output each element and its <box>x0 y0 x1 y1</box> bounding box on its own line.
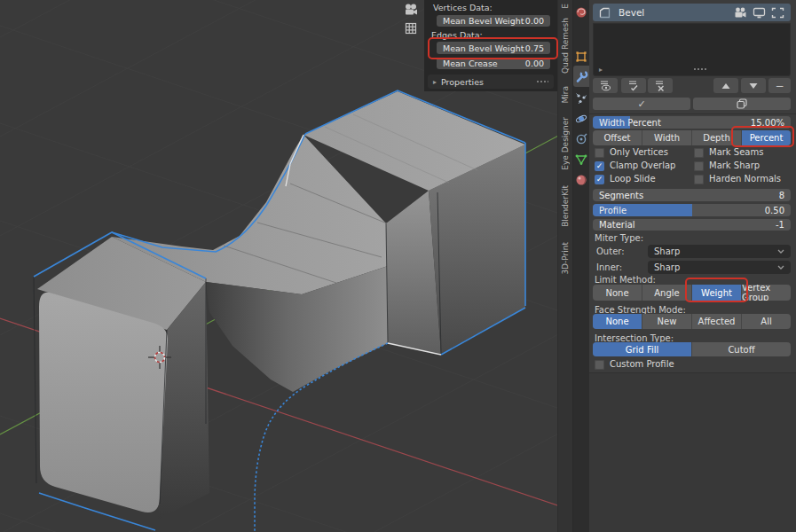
material-slider[interactable]: Material -1 <box>593 219 791 231</box>
object-properties-icon <box>575 51 587 63</box>
particle-properties-icon <box>575 92 587 105</box>
constraints-properties-tab[interactable] <box>573 129 589 150</box>
down-arrow-icon <box>749 82 758 90</box>
physics-properties-icon <box>575 113 587 125</box>
modifier-list-box[interactable]: ▸ <box>593 23 791 76</box>
list-expand-arrow-icon[interactable]: ▸ <box>599 66 603 74</box>
limit-none[interactable]: None <box>593 285 642 301</box>
fsm-none[interactable]: None <box>593 314 642 329</box>
limit-weight[interactable]: Weight <box>692 285 742 301</box>
object-data-properties-icon <box>575 153 587 166</box>
modifier-list-row-bevel[interactable]: Bevel <box>593 4 791 21</box>
move-up-button[interactable] <box>713 78 738 93</box>
clamp-overlap-label: Clamp Overlap <box>610 160 675 170</box>
up-arrow-icon <box>721 82 730 90</box>
world-properties-icon <box>575 6 587 19</box>
segments-slider[interactable]: Segments 8 <box>593 189 791 201</box>
sidebar-n-panel: Vertices Data: Mean Bevel Weight 0.00 Ed… <box>424 0 557 91</box>
expand-arrow-icon: ▸ <box>433 78 437 86</box>
chevron-down-icon <box>777 249 784 254</box>
delete-all-button[interactable] <box>648 78 673 93</box>
sidebar-tab-blenderkit[interactable]: BlenderKit <box>558 176 572 235</box>
check-icon: ✓ <box>637 98 645 110</box>
edges-data-label: Edges Data: <box>431 30 483 40</box>
physics-properties-tab[interactable] <box>573 108 589 129</box>
constraints-properties-icon <box>575 133 587 145</box>
object-data-properties-tab[interactable] <box>573 149 589 170</box>
copy-icon <box>737 98 747 109</box>
vertices-data-label: Vertices Data: <box>433 3 493 12</box>
duplicate-modifier-button[interactable] <box>693 98 791 110</box>
fsm-new[interactable]: New <box>642 314 692 329</box>
object-properties-tab[interactable] <box>573 46 589 67</box>
loop-slide-checkbox[interactable]: ✓ <box>595 175 604 184</box>
apply-all-button[interactable] <box>621 78 646 93</box>
viewport-visibility-icon[interactable] <box>753 7 766 19</box>
apply-modifier-button[interactable]: ✓ <box>593 98 690 110</box>
panel-grip[interactable] <box>536 80 548 84</box>
fsm-affected[interactable]: Affected <box>692 314 742 329</box>
mean-crease-field[interactable]: Mean Crease 0.00 <box>437 58 550 69</box>
particle-properties-tab[interactable] <box>573 88 589 109</box>
mark-seams-label: Mark Seams <box>709 147 763 157</box>
sidebar-tab-3d-print[interactable]: 3D-Print <box>558 235 572 281</box>
limit-method-segment: None Angle Weight Vertex Group <box>593 285 791 301</box>
limit-vertex-group[interactable]: Vertex Group <box>742 285 791 301</box>
only-vertices-label: Only Vertices <box>610 147 668 157</box>
chevron-down-icon <box>777 265 784 270</box>
grid-ortho-icon[interactable] <box>404 21 418 35</box>
outer-miter-dropdown[interactable]: Sharp <box>648 245 791 258</box>
minus-icon: − <box>775 80 784 92</box>
custom-profile-checkbox[interactable] <box>595 360 604 370</box>
fsm-all[interactable]: All <box>742 314 791 329</box>
harden-normals-label: Harden Normals <box>709 174 781 184</box>
profile-slider[interactable]: Profile 0.50 <box>593 204 791 216</box>
mark-seams-checkbox[interactable] <box>694 148 704 158</box>
list-x-icon <box>655 80 666 91</box>
toggle-visibility-button[interactable] <box>593 78 618 93</box>
clamp-overlap-checkbox[interactable]: ✓ <box>595 161 604 171</box>
modifier-properties-panel: Bevel ▸ − ✓ <box>589 0 796 532</box>
editmode-visibility-icon[interactable] <box>771 7 784 19</box>
inner-label: Inner: <box>596 262 622 272</box>
modifier-properties-tab[interactable] <box>573 66 589 87</box>
world-properties-tab[interactable] <box>573 2 589 23</box>
material-properties-icon <box>575 174 587 186</box>
limit-method-label: Limit Method: <box>595 275 656 285</box>
panel-empty-area <box>589 373 796 532</box>
list-check-icon <box>628 80 640 91</box>
miter-type-label: Miter Type: <box>595 233 643 243</box>
move-down-button[interactable] <box>741 78 766 93</box>
mark-sharp-label: Mark Sharp <box>709 160 760 170</box>
width-type-depth[interactable]: Depth <box>692 130 742 145</box>
sidebar-tab-quad-remesh[interactable]: Quad Remesh <box>558 12 572 79</box>
intersection-segment: Grid Fill Cutoff <box>593 342 791 356</box>
width-type-percent[interactable]: Percent <box>742 130 791 145</box>
inner-miter-dropdown[interactable]: Sharp <box>648 261 791 274</box>
bevel-object[interactable] <box>34 90 525 532</box>
render-visibility-icon[interactable] <box>734 7 747 19</box>
loop-slide-label: Loop Slide <box>610 174 656 184</box>
camera-view-icon[interactable] <box>404 3 418 17</box>
sidebar-tab-mira[interactable]: Mira <box>558 79 572 111</box>
material-properties-tab[interactable] <box>573 169 589 191</box>
properties-panel-header[interactable]: ▸ Properties <box>428 74 554 89</box>
sidebar-tab-partial[interactable]: E <box>558 0 572 12</box>
limit-angle[interactable]: Angle <box>642 285 692 301</box>
remove-button[interactable]: − <box>768 78 791 93</box>
intersection-grid-fill[interactable]: Grid Fill <box>593 342 692 356</box>
harden-normals-checkbox[interactable] <box>694 175 704 184</box>
width-type-width[interactable]: Width <box>642 130 692 145</box>
sidebar-tab-eye-designer[interactable]: Eye Designer <box>558 111 572 176</box>
outer-label: Outer: <box>596 246 625 256</box>
only-vertices-checkbox[interactable] <box>595 148 604 158</box>
vertex-mean-bevel-weight-field[interactable]: Mean Bevel Weight 0.00 <box>437 15 550 27</box>
custom-profile-label: Custom Profile <box>610 359 674 369</box>
mark-sharp-checkbox[interactable] <box>694 161 704 171</box>
width-type-offset[interactable]: Offset <box>593 130 642 145</box>
width-percent-slider[interactable]: Width Percent 15.00% <box>593 116 791 129</box>
list-resize-grip[interactable] <box>693 67 706 72</box>
intersection-cutoff[interactable]: Cutoff <box>692 342 791 356</box>
edge-mean-bevel-weight-field[interactable]: Mean Bevel Weight 0.75 <box>437 42 550 54</box>
width-type-segment: Offset Width Depth Percent <box>593 130 791 145</box>
